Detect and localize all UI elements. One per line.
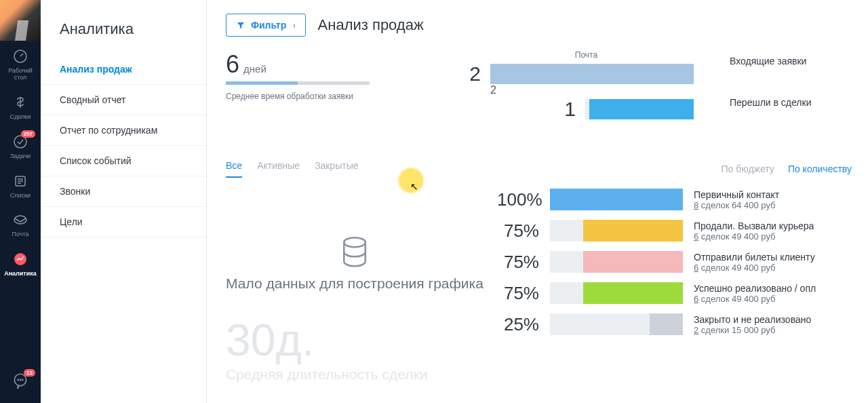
stage-info: Первичный контакт8 сделок 64 400 руб	[694, 189, 852, 210]
funnel-labels: Входящие заявки Перешли в сделки	[730, 50, 852, 133]
stage-pct: 75%	[497, 220, 539, 242]
no-data-message: Мало данных для построения графика	[226, 273, 484, 293]
main-rail: Рабочийстол Сделки 257 Задачи Списки Поч…	[0, 0, 41, 403]
stage-name: Закрыто и не реализовано	[694, 314, 852, 325]
metrics-row: 6 дней Среднее время обработки заявки По…	[226, 50, 852, 133]
duration-chart-placeholder: Мало данных для построения графика 30д. …	[226, 189, 484, 392]
tab-active[interactable]: Активные	[257, 160, 300, 178]
avg-days-value: 6	[226, 50, 239, 79]
funnel-label-converted: Перешли в сделки	[730, 97, 852, 108]
dollar-icon	[12, 94, 29, 111]
funnel-bar-wrap: 2	[490, 64, 694, 84]
stage-area: Мало данных для построения графика 30д. …	[226, 189, 852, 392]
analytics-subnav: Аналитика Анализ продаж Сводный отчет От…	[41, 0, 207, 403]
funnel-value: 2	[456, 62, 481, 85]
stage-info: Успешно реализовано / опл6 сделок 49 400…	[694, 283, 852, 304]
rail-item-chat[interactable]: 13	[0, 365, 41, 395]
rail-item-deals[interactable]: Сделки	[0, 87, 41, 126]
mail-icon	[12, 211, 29, 229]
funnel-bar	[589, 99, 694, 119]
stage-bar	[583, 282, 683, 304]
rail-item-mail[interactable]: Почта	[0, 204, 41, 244]
rail-label: Аналитика	[4, 271, 37, 277]
subnav-title: Аналитика	[41, 0, 206, 54]
main-content: Фильтр › Анализ продаж 6 дней Среднее вр…	[207, 0, 868, 403]
stage-meta: 6 сделок 49 400 руб	[694, 263, 852, 273]
subnav-item-by-employee[interactable]: Отчет по сотрудникам	[41, 115, 206, 146]
chevron-right-icon: ›	[293, 22, 295, 29]
subnav-item-summary[interactable]: Сводный отчет	[41, 85, 206, 115]
stage-bar-wrap	[550, 282, 683, 304]
stage-info: Отправили билеты клиенту6 сделок 49 400 …	[694, 252, 852, 273]
tabs-row: Все Активные Закрытые По бюджету По коли…	[226, 160, 852, 178]
stage-bar	[583, 220, 683, 242]
stage-row: 75%Успешно реализовано / опл6 сделок 49 …	[497, 282, 852, 304]
stage-meta: 6 сделок 49 400 руб	[694, 294, 852, 304]
rail-label: Рабочийстол	[8, 68, 32, 81]
stage-info: Продали. Вызвали курьера6 сделок 49 400 …	[694, 220, 852, 242]
funnel-value: 1	[456, 98, 576, 121]
funnel-row-converted: 1	[456, 98, 716, 121]
stage-row: 75%Продали. Вызвали курьера6 сделок 49 4…	[497, 220, 852, 242]
subnav-item-goals[interactable]: Цели	[41, 207, 206, 237]
funnel-inner-label: 2	[490, 84, 496, 96]
ghost-caption: Средняя длительность сделки	[226, 366, 427, 383]
header-row: Фильтр › Анализ продаж	[226, 14, 852, 37]
tab-all[interactable]: Все	[226, 160, 242, 178]
svg-point-8	[22, 379, 23, 380]
avg-days-unit: дней	[243, 63, 267, 75]
stage-meta: 6 сделок 49 400 руб	[694, 231, 852, 242]
avg-processing-metric: 6 дней Среднее время обработки заявки	[226, 50, 429, 133]
avg-progress-track	[226, 81, 370, 85]
filter-button[interactable]: Фильтр ›	[226, 14, 306, 37]
funnel-header: Почта	[456, 50, 716, 60]
funnel-bar	[490, 64, 694, 84]
funnel-label-incoming: Входящие заявки	[730, 56, 852, 66]
status-tabs: Все Активные Закрытые	[226, 160, 358, 178]
rail-label: Списки	[10, 193, 31, 199]
workspace-avatar[interactable]	[0, 0, 41, 41]
stage-bar	[550, 189, 683, 210]
svg-point-6	[18, 379, 18, 380]
stage-row: 100%Первичный контакт8 сделок 64 400 руб	[497, 189, 852, 210]
measure-tabs: По бюджету По количеству	[722, 164, 852, 174]
stage-pct: 25%	[497, 314, 539, 335]
stage-bar-wrap	[550, 251, 683, 273]
funnel-bar-wrap	[585, 99, 694, 119]
stage-name: Первичный контакт	[694, 189, 852, 200]
tab-by-count[interactable]: По количеству	[788, 164, 852, 174]
tab-by-budget[interactable]: По бюджету	[722, 164, 774, 174]
svg-point-9	[344, 237, 366, 247]
filter-label: Фильтр	[251, 20, 286, 31]
rail-item-analytics[interactable]: Аналитика	[0, 244, 41, 283]
funnel-row-incoming: 2 2	[456, 62, 716, 85]
stage-bar-wrap	[550, 220, 683, 242]
subnav-item-calls[interactable]: Звонки	[41, 176, 206, 207]
stage-list: 100%Первичный контакт8 сделок 64 400 руб…	[497, 189, 852, 392]
stage-meta: 8 сделок 64 400 руб	[694, 200, 852, 210]
rail-item-desktop[interactable]: Рабочийстол	[0, 41, 41, 87]
avg-progress-fill	[226, 81, 298, 85]
stage-pct: 100%	[497, 189, 539, 210]
avg-caption: Среднее время обработки заявки	[226, 92, 429, 101]
subnav-item-sales-analysis[interactable]: Анализ продаж	[41, 54, 206, 85]
rail-item-lists[interactable]: Списки	[0, 166, 41, 205]
ghost-duration: 30д.	[226, 314, 314, 366]
database-icon	[340, 236, 369, 273]
stage-pct: 75%	[497, 283, 539, 304]
rail-label: Сделки	[10, 114, 31, 121]
lead-funnel: Почта 2 2 1 Входящие заявки Пере	[456, 50, 852, 133]
stage-name: Продали. Вызвали курьера	[694, 220, 852, 231]
tab-closed[interactable]: Закрытые	[315, 160, 358, 178]
rail-item-tasks[interactable]: 257 Задачи	[0, 126, 41, 166]
rail-label: Задачи	[10, 153, 31, 160]
tasks-badge: 257	[21, 130, 35, 138]
svg-point-3	[14, 216, 26, 224]
subnav-item-events[interactable]: Список событий	[41, 146, 206, 176]
analytics-icon	[12, 250, 29, 268]
stage-bar	[650, 313, 683, 335]
stage-name: Успешно реализовано / опл	[694, 283, 852, 294]
funnel-icon	[236, 20, 245, 30]
stage-row: 25%Закрыто и не реализовано2 сделки 15 0…	[497, 313, 852, 335]
rail-label: Почта	[12, 231, 29, 238]
